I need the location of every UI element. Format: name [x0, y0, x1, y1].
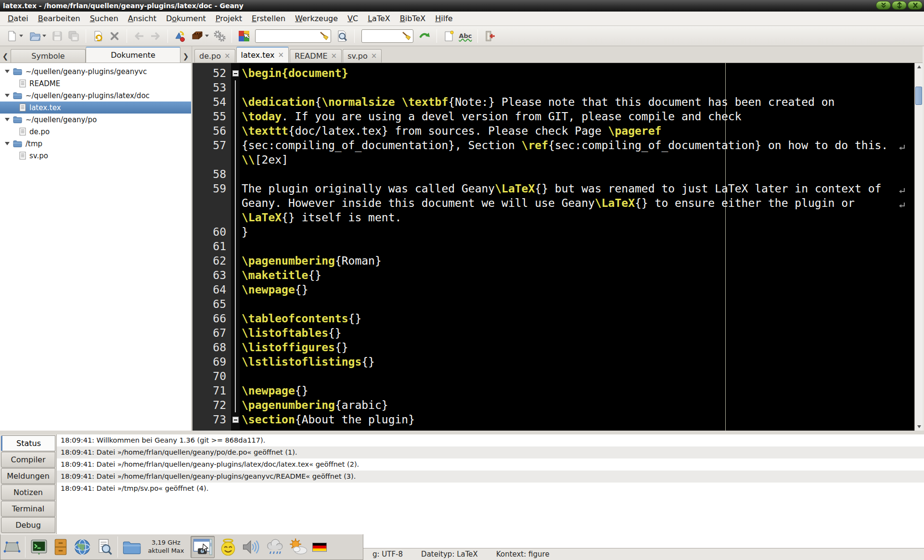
tree-item--tmp[interactable]: /tmp	[0, 138, 191, 150]
spellcheck-button[interactable]: Abc	[458, 29, 473, 43]
expander-icon[interactable]	[5, 142, 10, 145]
close-tab-icon[interactable]: ×	[331, 52, 337, 60]
menu-ansicht[interactable]: Ansicht	[123, 12, 161, 25]
bottom-tab-meldungen[interactable]: Meldungen	[1, 468, 55, 484]
cpu-frequency-monitor[interactable]: 3,19 GHz aktuell Max	[146, 539, 186, 555]
expander-icon[interactable]	[5, 70, 10, 73]
menu-latex[interactable]: LaTeX	[363, 12, 395, 25]
quit-button[interactable]	[483, 29, 497, 43]
code-line-61[interactable]: 61	[192, 239, 923, 254]
volume-applet[interactable]	[242, 538, 261, 556]
clear-broom-icon[interactable]	[320, 31, 329, 41]
nav-forward-button[interactable]	[148, 29, 163, 43]
close-button[interactable]	[908, 1, 923, 10]
tab-dokumente[interactable]: Dokumente	[86, 47, 180, 63]
compile-button[interactable]	[173, 29, 187, 43]
code-line-wrap[interactable]: \\[2ex]	[192, 153, 923, 167]
close-tab-icon[interactable]: ×	[224, 52, 231, 60]
status-message[interactable]: 18:09:41: Datei »/home/frlan/quellen/gea…	[57, 446, 924, 458]
new-file-button[interactable]	[4, 29, 25, 43]
tree-item-de.po[interactable]: de.po	[0, 126, 191, 138]
tree-item--quellen-geany-po[interactable]: ~/quellen/geany/po	[0, 114, 191, 126]
nav-back-button[interactable]	[132, 29, 146, 43]
expander-icon[interactable]	[5, 94, 10, 97]
menu-datei[interactable]: Datei	[3, 12, 33, 25]
code-editor[interactable]: 52\begin{document}5354\dedication{\norma…	[192, 63, 923, 431]
code-line-65[interactable]: 65	[192, 297, 923, 311]
status-message[interactable]: 18:09:41: Datei »/home/frlan/quellen/gea…	[57, 471, 924, 483]
bottom-tab-notizen[interactable]: Notizen	[1, 484, 55, 500]
code-line-55[interactable]: 55\today. If you are using a devel versi…	[192, 109, 923, 124]
mood-applet[interactable]	[219, 538, 237, 556]
bottom-tab-debug[interactable]: Debug	[1, 517, 55, 533]
status-message[interactable]: 18:09:41: Datei »/home/frlan/quellen/gea…	[57, 458, 924, 471]
code-line-54[interactable]: 54\dedication{\normalsize \textbf{Note:}…	[192, 95, 923, 109]
menu-bearbeiten[interactable]: Bearbeiten	[33, 12, 85, 25]
editor-tab-de.po[interactable]: de.po×	[194, 49, 235, 63]
menu-projekt[interactable]: Projekt	[211, 12, 247, 25]
tree-item-README[interactable]: README	[0, 77, 191, 89]
minimize-button[interactable]	[876, 1, 891, 10]
tree-item-latex.tex[interactable]: latex.tex	[0, 102, 191, 114]
close-file-button[interactable]	[107, 29, 122, 43]
code-line-63[interactable]: 63\maketitle{}	[192, 268, 923, 282]
close-tab-icon[interactable]: ×	[371, 52, 377, 60]
tree-item--quellen-geany-plugins-geanyvc[interactable]: ~/quellen/geany-plugins/geanyvc	[0, 65, 191, 77]
maximize-button[interactable]	[892, 1, 907, 10]
editor-scrollbar[interactable]	[914, 63, 923, 431]
clear-broom-icon[interactable]	[402, 31, 411, 41]
menu-hilfe[interactable]: Hilfe	[430, 12, 457, 25]
editor-tab-README[interactable]: README×	[290, 49, 342, 63]
bottom-tab-compiler[interactable]: Compiler	[1, 452, 55, 468]
code-line-wrap[interactable]: \LaTeX{} itself is ment.	[192, 210, 923, 225]
menu-dokument[interactable]: Dokument	[161, 12, 211, 25]
code-line-57[interactable]: 57{sec:compiling_of_documentation}, Sect…	[192, 138, 923, 153]
code-line-52[interactable]: 52\begin{document}	[192, 66, 923, 80]
tree-item--quellen-geany-plugins-latex-doc[interactable]: ~/quellen/geany-plugins/latex/doc	[0, 89, 191, 102]
screenshot-tool-button[interactable]	[191, 536, 215, 558]
menu-suchen[interactable]: Suchen	[85, 12, 123, 25]
code-line-67[interactable]: 67\listoftables{}	[192, 326, 923, 340]
code-line-53[interactable]: 53	[192, 80, 923, 95]
keyboard-layout-flag-de[interactable]	[312, 543, 327, 552]
menu-werkzeuge[interactable]: Werkzeuge	[290, 12, 343, 25]
scrollbar-thumb[interactable]	[915, 87, 922, 105]
weather-rain-applet[interactable]	[265, 538, 284, 556]
code-line-59[interactable]: 59The plugin originally was called Geany…	[192, 181, 923, 196]
titlebar[interactable]: latex.tex - /home/frlan/quellen/geany-pl…	[0, 0, 924, 12]
close-tab-icon[interactable]: ×	[278, 51, 284, 59]
find-button[interactable]	[335, 29, 349, 43]
bottom-tab-status[interactable]: Status	[1, 435, 55, 451]
code-line-66[interactable]: 66\tableofcontents{}	[192, 311, 923, 326]
save-button[interactable]	[50, 29, 64, 43]
bottom-tab-terminal[interactable]: Terminal	[1, 501, 55, 517]
editor-tab-latex.tex[interactable]: latex.tex×	[236, 47, 289, 63]
tabs-scroll-right-button[interactable]: ❯	[180, 50, 191, 63]
menu-vc[interactable]: VC	[343, 12, 363, 25]
tabs-scroll-left-button[interactable]: ❮	[0, 50, 11, 63]
status-message[interactable]: 18:09:41: Willkommen bei Geany 1.36 (git…	[57, 434, 924, 446]
code-line-73[interactable]: 73\section{About the plugin}	[192, 412, 923, 427]
goto-line-button[interactable]	[417, 29, 432, 43]
file-cabinet-launcher[interactable]	[52, 538, 69, 556]
expander-icon[interactable]	[5, 118, 10, 121]
scroll-up-button[interactable]	[915, 63, 923, 71]
code-line-69[interactable]: 69\lstlistoflistings{}	[192, 355, 923, 369]
status-message[interactable]: 18:09:41: Datei »/tmp/sv.po« geöffnet (4…	[57, 483, 924, 495]
execute-button[interactable]	[212, 29, 227, 43]
menu-erstellen[interactable]: Erstellen	[247, 12, 290, 25]
revert-button[interactable]	[91, 29, 105, 43]
file-manager-launcher[interactable]	[122, 539, 141, 555]
horizontal-splitter[interactable]	[0, 431, 924, 434]
tree-item-sv.po[interactable]: sv.po	[0, 150, 191, 162]
new-from-template-button[interactable]	[442, 29, 456, 43]
code-line-68[interactable]: 68\listoffigures{}	[192, 340, 923, 355]
code-line-71[interactable]: 71\newpage{}	[192, 383, 923, 398]
scroll-down-button[interactable]	[915, 423, 923, 431]
weather-sun-applet[interactable]	[289, 538, 308, 556]
build-button[interactable]	[189, 29, 210, 43]
show-desktop-button[interactable]	[3, 540, 21, 554]
code-line-62[interactable]: 62\pagenumbering{Roman}	[192, 254, 923, 268]
menu-bibtex[interactable]: BibTeX	[395, 12, 430, 25]
code-line-64[interactable]: 64\newpage{}	[192, 282, 923, 297]
